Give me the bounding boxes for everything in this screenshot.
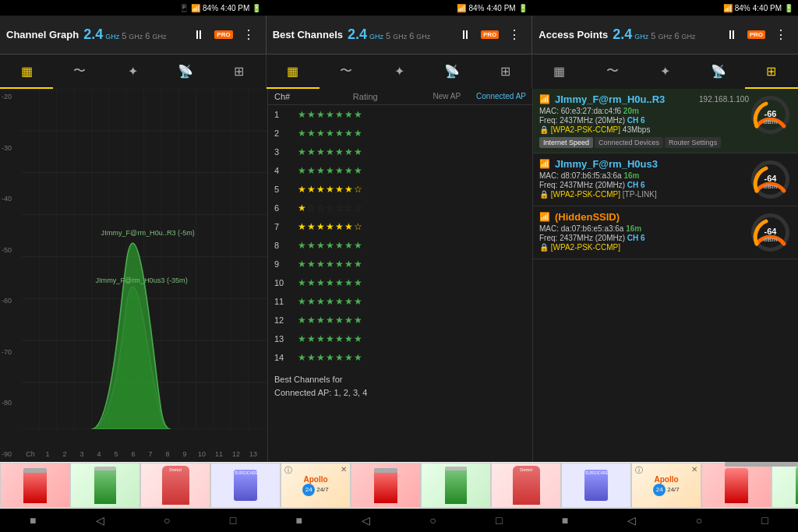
ad-apollo-1[interactable]: ⓘ ✕ Apollo 24 24/7 xyxy=(281,463,351,508)
ap-mac-3: MAC: da:07:b6:e5:a3:6a 16m xyxy=(539,224,749,233)
channel-row-8: 8★★★★★★★ xyxy=(268,236,532,255)
ap-ip-1: 192.168.1.100 xyxy=(699,95,749,104)
signal-value-3: -64 xyxy=(764,226,778,235)
channel-graph-title: Channel Graph xyxy=(6,29,79,41)
signal-unit-1: dBm xyxy=(764,118,778,125)
ap-gauge-1: -66 dBm xyxy=(749,93,792,136)
graph-y-labels: -20 -30 -40 -50 -60 -70 -80 -90 xyxy=(0,89,22,462)
ap-tab-router-settings[interactable]: Router Settings xyxy=(665,137,721,148)
ap-gauge-3: -64 dBm xyxy=(749,211,792,254)
tab-grid-1[interactable]: ⊞ xyxy=(213,55,266,89)
nav-recents-2[interactable]: □ xyxy=(496,514,502,527)
lock-icon-1: 🔒 xyxy=(539,125,549,134)
freq-24-3[interactable]: 2.4 xyxy=(613,26,632,43)
pause-button-1[interactable]: ⏸ xyxy=(188,24,210,46)
lock-icon-3: 🔒 xyxy=(539,243,549,252)
ap-tab-internet-speed[interactable]: Internet Speed xyxy=(539,137,593,148)
freq-6-1[interactable]: 6 xyxy=(145,31,150,41)
ap-tabs-1: Internet Speed Connected Devices Router … xyxy=(539,137,749,148)
tab-bar-chart-2[interactable]: ▦ xyxy=(267,55,320,89)
tab-bar-chart-3[interactable]: ▦ xyxy=(532,55,585,89)
freq-24-1[interactable]: 2.4 xyxy=(83,26,103,43)
tab-wave-1[interactable]: 〜 xyxy=(53,55,106,89)
tab-wifi-3[interactable]: 📡 xyxy=(692,55,745,89)
pro-badge-1: PRO xyxy=(214,30,232,39)
svg-text:JImmy_F@rm_H0u..R3 (-5m): JImmy_F@rm_H0u..R3 (-5m) xyxy=(101,229,195,237)
icon-tabs: ▦ 〜 ✦ 📡 ⊞ ▦ 〜 ✦ 📡 ⊞ ▦ 〜 ✦ 📡 ⊞ xyxy=(0,55,798,89)
freq-5-3[interactable]: 5 xyxy=(651,31,655,41)
panel-channels: Ch# Rating New AP Connected AP 1★★★★★★★2… xyxy=(268,89,533,462)
tab-star-1[interactable]: ✦ xyxy=(106,55,159,89)
ad-item-2 xyxy=(70,463,140,508)
nav-home-2[interactable]: ○ xyxy=(429,514,436,527)
ap-security-3: 🔒 [WPA2-PSK-CCMP] xyxy=(539,243,749,252)
nav-back-1[interactable]: ◁ xyxy=(96,514,104,527)
ap-ssid-2: JImmy_F@rm_H0us3 xyxy=(555,158,658,170)
toolbar-section-ap: Access Points 2.4 GHz 5 GHz 6 GHz ⏸ PRO … xyxy=(532,16,798,54)
freq-group-2: 2.4 GHz 5 GHz 6 GHz xyxy=(348,26,430,43)
tab-wave-2[interactable]: 〜 xyxy=(320,55,373,89)
pause-button-3[interactable]: ⏸ xyxy=(721,24,743,46)
channel-row-5: 5★★★★★★☆ xyxy=(268,180,532,199)
freq-5-1[interactable]: 5 xyxy=(122,31,126,41)
freq-6-2[interactable]: 6 xyxy=(409,31,414,41)
pause-button-2[interactable]: ⏸ xyxy=(454,24,476,46)
freq-6-3[interactable]: 6 xyxy=(674,31,679,41)
freq-24-2[interactable]: 2.4 xyxy=(348,26,367,43)
tab-wifi-2[interactable]: 📡 xyxy=(425,55,478,89)
ad-item-10 xyxy=(772,463,798,508)
svg-text:JImmy_F@rm_H0us3 (-35m): JImmy_F@rm_H0us3 (-35m) xyxy=(96,277,188,284)
status-center: 📶 84% 4:40 PM 🔋 xyxy=(266,0,531,16)
nav-home-3[interactable]: ○ xyxy=(696,514,702,527)
nav-home-1[interactable]: ○ xyxy=(164,514,170,527)
ad-close-1[interactable]: ✕ xyxy=(341,465,347,474)
tab-star-3[interactable]: ✦ xyxy=(639,55,692,89)
access-points-title: Access Points xyxy=(538,29,608,41)
nav-back-3[interactable]: ◁ xyxy=(627,514,636,527)
freq-group-3: 2.4 GHz 5 GHz 6 GHz xyxy=(613,26,695,43)
nav-back-2[interactable]: ◁ xyxy=(362,514,370,527)
ad-close-2[interactable]: ✕ xyxy=(691,465,697,474)
panel-ap: 📶 JImmy_F@rm_H0u..R3 192.168.1.100 MAC: … xyxy=(533,89,798,462)
ap-entry-3[interactable]: 📶 (HiddenSSID) MAC: da:07:b6:e5:a3:6a 16… xyxy=(533,206,798,259)
wifi-icon-2: 📶 xyxy=(539,159,550,169)
signal-unit-3: dBm xyxy=(764,235,778,242)
freq-5-2[interactable]: 5 xyxy=(386,31,390,41)
tab-bar-chart-1[interactable]: ▦ xyxy=(0,55,53,89)
nav-menu-1[interactable]: ■ xyxy=(30,514,36,527)
channel-row-11: 11★★★★★★★ xyxy=(268,292,532,311)
nav-segment-2: ■ ◁ ○ □ xyxy=(266,514,531,527)
nav-recents-1[interactable]: □ xyxy=(230,514,236,527)
tab-star-2[interactable]: ✦ xyxy=(373,55,425,89)
tab-grid-3[interactable]: ⊞ xyxy=(745,55,798,89)
ap-freq-3: Freq: 2437MHz (20MHz) CH 6 xyxy=(539,234,749,242)
ap-gauge-2: -64 dBm xyxy=(749,158,792,201)
best-channels-text: Best Channels forConnected AP: 1, 2, 3, … xyxy=(268,367,532,405)
ad-apollo-2[interactable]: ⓘ ✕ Apollo 24 24/7 xyxy=(631,463,701,508)
nav-segment-1: ■ ◁ ○ □ xyxy=(0,514,266,527)
nav-recents-3[interactable]: □ xyxy=(761,514,768,527)
ad-item-7: Dettol xyxy=(491,463,561,508)
tab-wifi-1[interactable]: 📡 xyxy=(159,55,212,89)
graph-x-labels: Ch 1 2 3 4 5 6 7 8 9 10 11 12 13 14 xyxy=(22,446,267,462)
icon-tabs-section-2: ▦ 〜 ✦ 📡 ⊞ xyxy=(267,55,533,89)
tab-wave-3[interactable]: 〜 xyxy=(585,55,638,89)
more-button-2[interactable]: ⋮ xyxy=(503,24,525,46)
status-right: 📶 84% 4:40 PM 🔋 xyxy=(532,0,798,16)
ap-entry-1[interactable]: 📶 JImmy_F@rm_H0u..R3 192.168.1.100 MAC: … xyxy=(533,89,798,153)
channel-row-9: 9★★★★★★★ xyxy=(268,255,532,273)
nav-menu-2[interactable]: ■ xyxy=(295,514,302,527)
tab-grid-2[interactable]: ⊞ xyxy=(478,55,531,89)
status-left: 📱 📶 84% 4:40 PM 🔋 xyxy=(0,0,266,16)
ch-header: Ch# xyxy=(274,92,298,101)
icon-tabs-section-1: ▦ 〜 ✦ 📡 ⊞ xyxy=(0,55,267,89)
ap-tab-connected-devices[interactable]: Connected Devices xyxy=(595,137,663,148)
ad-banner: Dettol SURGICARE ⓘ ✕ Apollo 24 24/7 Dett… xyxy=(0,462,798,509)
more-button-3[interactable]: ⋮ xyxy=(770,24,792,46)
nav-menu-3[interactable]: ■ xyxy=(562,514,568,527)
ad-item-4: SURGICARE xyxy=(210,463,281,508)
more-button-1[interactable]: ⋮ xyxy=(238,24,260,46)
ap-entry-2[interactable]: 📶 JImmy_F@rm_H0us3 MAC: d8:07:b6:f5:a3:6… xyxy=(533,153,798,206)
channel-row-14: 14★★★★★★★ xyxy=(268,348,532,367)
channel-row-13: 13★★★★★★★ xyxy=(268,329,532,348)
